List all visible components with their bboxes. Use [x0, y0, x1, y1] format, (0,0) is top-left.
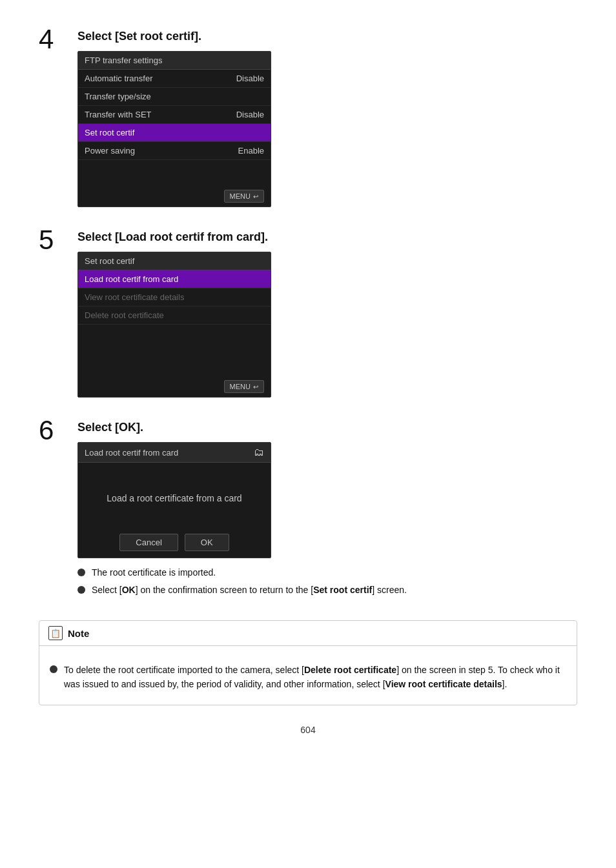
step-5-title: Select [Load root certif from card]. — [77, 230, 577, 244]
step-6-content: Select [OK]. Load root certif from card … — [77, 417, 577, 601]
step-4-row-3-highlighted: Set root certif — [78, 124, 271, 142]
step-6-dialog-header: Load root certif from card 🗂 — [78, 443, 271, 463]
bullet-dot-2 — [77, 586, 85, 594]
cancel-button[interactable]: Cancel — [119, 534, 178, 551]
bullet-dot-1 — [77, 569, 85, 576]
step-4-row-2: Transfer with SET Disable — [78, 106, 271, 124]
step-6-dialog-body: Load a root certificate from a card — [78, 463, 271, 527]
step-4-title: Select [Set root certif]. — [77, 30, 577, 43]
step-5-row-2-disabled: Delete root certificate — [78, 307, 271, 325]
note-box: 📋 Note To delete the root certificate im… — [39, 620, 577, 705]
step-4-row-1: Transfer type/size — [78, 88, 271, 106]
step-4-number: 4 — [39, 26, 77, 53]
step-5-row-1-disabled: View root certificate details — [78, 288, 271, 307]
step-6-title: Select [OK]. — [77, 421, 577, 434]
step-4-screen-header: FTP transfer settings — [78, 52, 271, 70]
note-bullet-list: To delete the root certificate imported … — [50, 663, 566, 692]
page-number: 604 — [39, 725, 577, 735]
note-header: 📋 Note — [39, 621, 577, 646]
step-5: 5 Select [Load root certif from card]. S… — [39, 227, 577, 398]
step-4-row-4: Power saving Enable — [78, 142, 271, 160]
step-4-row-0: Automatic transfer Disable — [78, 70, 271, 88]
note-icon: 📋 — [48, 626, 63, 640]
step-5-screen: Set root certif Load root certif from ca… — [77, 252, 271, 398]
step-5-footer: MENU ↩ — [78, 376, 271, 397]
step-4-screen: FTP transfer settings Automatic transfer… — [77, 51, 271, 207]
step-6-bullets: The root certificate is imported. Select… — [77, 566, 577, 597]
step-6: 6 Select [OK]. Load root certif from car… — [39, 417, 577, 601]
step-6-number: 6 — [39, 417, 77, 444]
step-4-menu-button[interactable]: MENU ↩ — [224, 190, 264, 203]
step-4: 4 Select [Set root certif]. FTP transfer… — [39, 26, 577, 207]
step-6-dialog: Load root certif from card 🗂 Load a root… — [77, 442, 271, 558]
bullet-1: The root certificate is imported. — [77, 566, 577, 580]
step-5-row-0-highlighted: Load root certif from card — [78, 270, 271, 288]
ok-button[interactable]: OK — [185, 534, 229, 551]
step-5-menu-button[interactable]: MENU ↩ — [224, 380, 264, 393]
note-bullet-dot — [50, 665, 57, 673]
note-body: To delete the root certificate imported … — [39, 646, 577, 705]
sd-card-icon: 🗂 — [254, 447, 264, 458]
step-5-screen-header: Set root certif — [78, 252, 271, 270]
step-5-number: 5 — [39, 227, 77, 254]
step-6-dialog-buttons: Cancel OK — [78, 527, 271, 558]
step-4-content: Select [Set root certif]. FTP transfer s… — [77, 26, 577, 207]
note-bullet-1: To delete the root certificate imported … — [50, 663, 566, 692]
step-4-footer: MENU ↩ — [78, 186, 271, 207]
step-5-content: Select [Load root certif from card]. Set… — [77, 227, 577, 398]
bullet-2: Select [OK] on the confirmation screen t… — [77, 583, 577, 597]
